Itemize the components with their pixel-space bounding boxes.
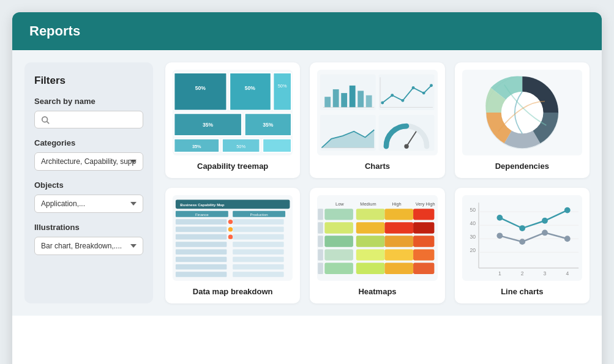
svg-text:2: 2	[520, 270, 523, 277]
svg-rect-64	[176, 264, 227, 270]
svg-rect-94	[318, 236, 324, 247]
datamap-preview: Business Capability Map Finance Producti…	[173, 195, 293, 281]
svg-rect-80	[325, 236, 354, 247]
linechart-svg: 50 40 30 20 1 2 3 4	[462, 195, 582, 281]
svg-rect-19	[333, 89, 339, 107]
svg-rect-93	[318, 222, 324, 233]
svg-text:Business Capability Map: Business Capability Map	[180, 202, 224, 207]
categories-label: Categories	[34, 138, 143, 147]
svg-rect-84	[325, 249, 354, 260]
svg-line-1	[47, 121, 50, 124]
svg-text:40: 40	[470, 220, 476, 226]
svg-point-118	[564, 236, 571, 242]
svg-text:50%: 50%	[236, 144, 245, 149]
dependencies-svg	[462, 70, 582, 155]
svg-rect-82	[385, 236, 414, 247]
charts-preview	[317, 70, 437, 155]
svg-rect-53	[233, 227, 283, 232]
svg-text:35%: 35%	[203, 122, 214, 128]
search-box[interactable]	[34, 111, 143, 128]
svg-point-28	[402, 99, 405, 102]
svg-text:50: 50	[470, 207, 476, 213]
categories-section: Categories Architecture, Capability, sup…	[34, 138, 143, 171]
svg-rect-67	[233, 272, 283, 277]
line-charts-label: Line charts	[501, 287, 543, 296]
svg-point-39	[405, 144, 409, 149]
svg-rect-6	[273, 73, 291, 110]
svg-text:3: 3	[543, 270, 546, 277]
illustrations-label: Illustrations	[34, 223, 143, 232]
svg-rect-66	[176, 272, 227, 277]
svg-point-115	[496, 232, 503, 239]
svg-rect-89	[356, 262, 385, 273]
search-input[interactable]	[53, 115, 137, 124]
app-window: Reports Filters Search by name Categorie…	[12, 12, 602, 364]
svg-rect-62	[176, 257, 227, 262]
report-card-dependencies[interactable]: Dependencies	[455, 62, 590, 178]
svg-text:30: 30	[470, 234, 476, 240]
illustrations-dropdown[interactable]: Bar chart, Breakdown,....	[34, 237, 143, 255]
svg-rect-48	[176, 219, 227, 225]
svg-point-117	[542, 230, 548, 236]
page-header: Reports	[12, 12, 602, 50]
treemap-label: Capability treemap	[197, 162, 268, 171]
svg-point-31	[430, 84, 433, 87]
sidebar-filters: Filters Search by name Categories Archit…	[24, 62, 153, 303]
svg-point-111	[496, 215, 503, 221]
svg-point-116	[519, 239, 525, 245]
svg-rect-76	[325, 222, 354, 233]
svg-rect-91	[413, 262, 434, 273]
svg-rect-50	[233, 219, 283, 225]
svg-rect-23	[366, 95, 372, 108]
svg-text:50%: 50%	[195, 85, 206, 91]
reports-grid: 50% 50% 50% 35% 35% 35%	[165, 62, 590, 303]
svg-rect-55	[176, 234, 227, 240]
svg-text:High: High	[392, 201, 402, 207]
search-section: Search by name	[34, 97, 143, 128]
svg-point-27	[391, 94, 394, 97]
svg-rect-57	[233, 234, 283, 240]
report-card-capability-treemap[interactable]: 50% 50% 50% 35% 35% 35%	[165, 62, 300, 178]
svg-rect-95	[318, 249, 324, 260]
svg-rect-85	[356, 249, 385, 260]
svg-point-112	[519, 225, 525, 231]
svg-rect-79	[413, 222, 434, 233]
svg-rect-88	[325, 262, 354, 273]
svg-text:35%: 35%	[263, 122, 274, 128]
svg-rect-83	[413, 236, 434, 247]
svg-text:50%: 50%	[278, 84, 287, 89]
svg-rect-20	[342, 93, 348, 107]
dependencies-label: Dependencies	[495, 162, 549, 171]
svg-rect-60	[176, 249, 227, 254]
report-card-charts[interactable]: Charts	[310, 62, 444, 178]
dependencies-preview	[462, 70, 582, 155]
svg-rect-61	[233, 249, 283, 254]
linechart-preview: 50 40 30 20 1 2 3 4	[462, 195, 582, 281]
svg-rect-77	[356, 222, 385, 233]
objects-dropdown[interactable]: Application,...	[34, 195, 143, 213]
heatmap-svg: Low Medium High Very High	[317, 195, 437, 281]
report-card-heatmaps[interactable]: Low Medium High Very High	[310, 188, 444, 303]
categories-dropdown[interactable]: Architecture, Capability, support, ...	[34, 152, 143, 171]
svg-rect-16	[263, 139, 291, 152]
filters-title: Filters	[34, 75, 143, 87]
page-title: Reports	[29, 23, 80, 39]
svg-point-52	[228, 227, 233, 231]
report-card-line-charts[interactable]: 50 40 30 20 1 2 3 4	[455, 188, 590, 303]
svg-rect-22	[358, 91, 364, 107]
svg-rect-96	[318, 262, 324, 273]
svg-text:Finance: Finance	[195, 212, 209, 217]
search-label: Search by name	[34, 97, 143, 106]
objects-section: Objects Application,...	[34, 180, 143, 213]
report-card-data-map[interactable]: Business Capability Map Finance Producti…	[165, 188, 300, 303]
svg-rect-75	[413, 209, 434, 220]
svg-rect-51	[176, 227, 227, 232]
svg-rect-90	[385, 262, 414, 273]
svg-point-49	[228, 220, 233, 224]
svg-rect-2	[174, 73, 227, 110]
svg-rect-21	[350, 86, 356, 108]
objects-label: Objects	[34, 180, 143, 190]
svg-text:Production: Production	[250, 212, 268, 217]
search-icon	[41, 116, 50, 124]
svg-text:Low: Low	[335, 201, 344, 207]
